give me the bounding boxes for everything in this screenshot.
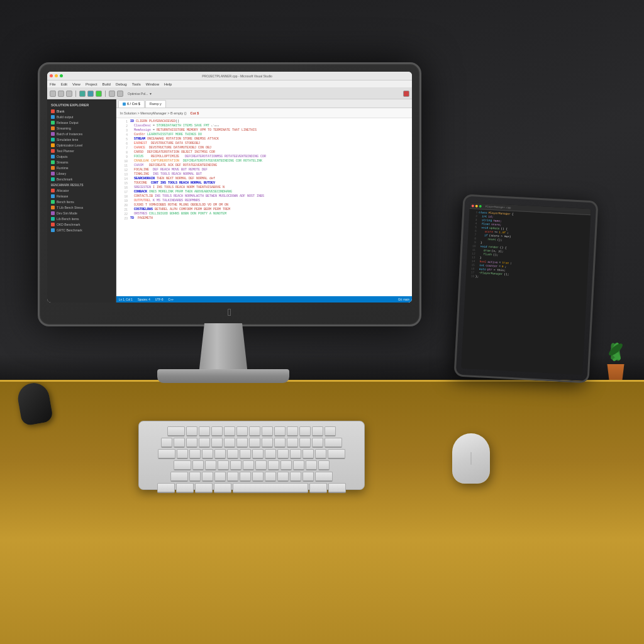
key-c[interactable] — [214, 472, 226, 482]
key-t[interactable] — [227, 449, 238, 459]
key-backspace[interactable] — [325, 438, 342, 448]
key-equals[interactable] — [312, 438, 323, 448]
key-w[interactable] — [189, 449, 201, 459]
key-shift-right[interactable] — [315, 472, 333, 482]
toolbar-redo[interactable] — [117, 91, 123, 97]
sidebar-item[interactable]: Runtime — [47, 165, 116, 170]
key-slash[interactable] — [303, 472, 314, 482]
key-d[interactable] — [218, 460, 229, 470]
key-9[interactable] — [274, 438, 286, 448]
key-p[interactable] — [290, 449, 301, 459]
key-minus[interactable] — [299, 438, 311, 448]
key-s[interactable] — [205, 460, 216, 470]
key-semicolon[interactable] — [306, 460, 317, 470]
key-z[interactable] — [189, 472, 201, 482]
key-lbracket[interactable] — [303, 449, 314, 459]
key-7[interactable] — [249, 438, 260, 448]
key-1[interactable] — [174, 438, 185, 448]
toolbar-debug[interactable] — [87, 91, 94, 97]
ide-editor[interactable]: 1 ID CLIERN PLAYERACHIEVED() 2 ClassDesc… — [116, 118, 412, 296]
minimize-button[interactable] — [55, 74, 58, 77]
menu-help[interactable]: Help — [164, 82, 172, 86]
sidebar-item[interactable]: Library — [47, 170, 116, 176]
key-esc[interactable] — [167, 426, 185, 436]
toolbar-build[interactable] — [79, 91, 86, 97]
key-ctrl[interactable] — [176, 483, 194, 493]
key-f1[interactable] — [186, 426, 197, 436]
key-fn[interactable] — [157, 483, 175, 493]
key-comma[interactable] — [277, 472, 289, 482]
key-q[interactable] — [177, 449, 188, 459]
file-tab[interactable]: Ramp y — [145, 100, 166, 108]
sidebar-item[interactable]: Batch of Instances — [47, 131, 116, 136]
key-v[interactable] — [227, 472, 238, 482]
key-j[interactable] — [268, 460, 279, 470]
close-button[interactable] — [50, 74, 53, 77]
key-m[interactable] — [265, 472, 276, 482]
key-n[interactable] — [252, 472, 264, 482]
key-return[interactable] — [328, 449, 345, 459]
toolbar-run[interactable] — [96, 91, 102, 97]
sidebar-item[interactable]: Allocator — [47, 187, 116, 193]
key-f2[interactable] — [199, 426, 210, 436]
ipad-min-btn[interactable] — [475, 204, 478, 207]
key-shift-left[interactable] — [170, 472, 188, 482]
sidebar-item[interactable]: GRTC Benchmark — [47, 227, 116, 233]
sidebar-item[interactable]: OKD Benchmark — [47, 221, 116, 227]
key-x[interactable] — [202, 472, 213, 482]
sidebar-item[interactable]: Build output — [47, 114, 116, 119]
key-6[interactable] — [236, 438, 248, 448]
sidebar-item[interactable]: Optimization Level — [47, 142, 116, 148]
sidebar-item[interactable]: Blank — [47, 108, 116, 114]
sidebar-item[interactable]: Release Output — [47, 119, 116, 125]
sidebar-item[interactable]: T Lib Bench Stress — [47, 204, 116, 210]
toolbar-dropdown[interactable]: Optimise Pol... ▼ — [128, 92, 152, 96]
key-cmd-right[interactable] — [309, 483, 327, 493]
key-o[interactable] — [277, 449, 289, 459]
key-quote[interactable] — [318, 460, 330, 470]
key-r[interactable] — [214, 449, 226, 459]
sidebar-item[interactable]: Streaming — [47, 125, 116, 131]
sidebar-item[interactable]: Simulation time — [47, 136, 116, 142]
menu-project[interactable]: Project — [86, 82, 97, 86]
sidebar-item[interactable]: Outputs — [47, 153, 116, 159]
menu-file[interactable]: File — [50, 82, 56, 86]
key-3[interactable] — [199, 438, 210, 448]
key-capslock[interactable] — [174, 460, 191, 470]
menu-debug[interactable]: Debug — [116, 82, 127, 86]
key-u[interactable] — [252, 449, 264, 459]
menu-window[interactable]: Window — [146, 82, 159, 86]
sidebar-item[interactable]: Test Planner — [47, 148, 116, 153]
file-tab-active[interactable]: 6 / Cnt $ — [118, 100, 145, 108]
key-i[interactable] — [265, 449, 276, 459]
sidebar-item[interactable]: Release — [47, 193, 116, 199]
key-alt[interactable] — [195, 483, 213, 493]
key-rbracket[interactable] — [315, 449, 326, 459]
menu-view[interactable]: View — [72, 82, 80, 86]
key-f5[interactable] — [236, 426, 248, 436]
key-space[interactable] — [233, 483, 308, 493]
key-a[interactable] — [192, 460, 204, 470]
key-tilde[interactable] — [161, 438, 172, 448]
key-k[interactable] — [280, 460, 292, 470]
key-f10[interactable] — [299, 426, 311, 436]
key-2[interactable] — [186, 438, 197, 448]
key-y[interactable] — [240, 449, 251, 459]
key-period[interactable] — [290, 472, 301, 482]
key-cmd-left[interactable] — [214, 483, 231, 493]
key-f[interactable] — [230, 460, 242, 470]
sidebar-item[interactable]: Dev Sim Mode — [47, 210, 116, 216]
sidebar-item[interactable]: Streams — [47, 159, 116, 165]
key-l[interactable] — [293, 460, 304, 470]
ipad-max-btn[interactable] — [479, 204, 482, 207]
key-f11[interactable] — [312, 426, 323, 436]
key-alt-right[interactable] — [328, 483, 346, 493]
menu-build[interactable]: Build — [103, 82, 111, 86]
maximize-button[interactable] — [60, 74, 63, 77]
toolbar-new[interactable] — [50, 91, 56, 97]
key-8[interactable] — [262, 438, 273, 448]
key-f9[interactable] — [287, 426, 298, 436]
sidebar-item[interactable]: Lib Bench items — [47, 216, 116, 221]
sidebar-item[interactable]: Benchmark — [47, 176, 116, 182]
key-f6[interactable] — [249, 426, 260, 436]
